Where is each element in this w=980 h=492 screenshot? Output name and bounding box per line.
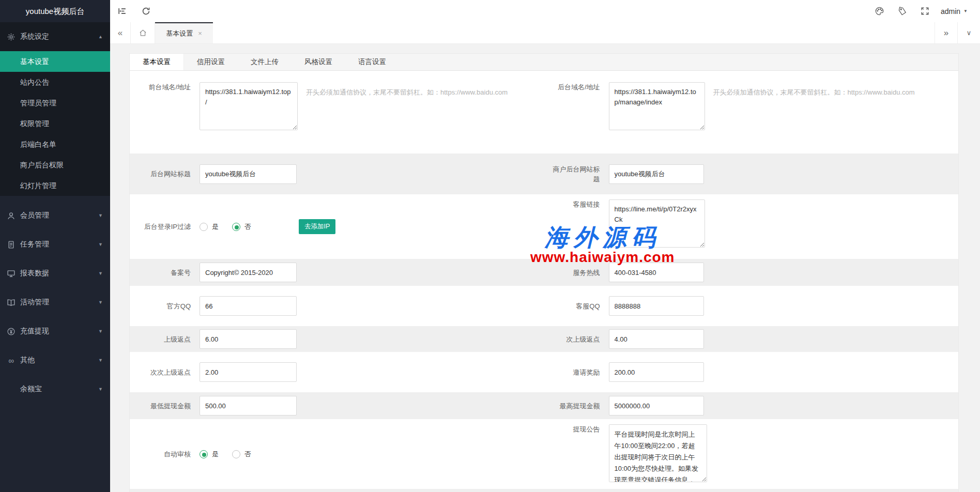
sidebar-item-admin-management[interactable]: 管理员管理 <box>0 93 110 113</box>
tab-style[interactable]: 风格设置 <box>292 54 345 70</box>
auto-audit-radio-yes[interactable]: 是 <box>200 450 219 459</box>
chevron-down-icon: ▼ <box>98 387 103 392</box>
sidebar-item-merchant-permission[interactable]: 商户后台权限 <box>0 155 110 175</box>
admin-title-input[interactable] <box>200 164 297 184</box>
chevron-up-icon: ▲ <box>98 34 103 39</box>
refresh-icon[interactable] <box>134 0 158 22</box>
ip-filter-radio-yes[interactable]: 是 <box>200 222 219 232</box>
sidebar-item-backend-whitelist[interactable]: 后端白名单 <box>0 134 110 155</box>
chevron-down-icon: ▼ <box>963 9 968 13</box>
sidebar-item-system-settings[interactable]: 系统设定 ▲ <box>0 22 110 51</box>
form-row-titles: 后台网站标题 商户后台网站标题 <box>130 153 958 194</box>
auto-audit-radio-no[interactable]: 否 <box>232 450 251 459</box>
min-withdraw-input[interactable] <box>200 396 297 416</box>
withdraw-notice-textarea[interactable]: 平台提现时间是北京时间上午10:00至晚间22:00，若超出提现时间将于次日的上… <box>609 424 707 482</box>
chevron-down-icon: ▼ <box>98 213 103 218</box>
settings-panel: 基本设置 信用设置 文件上传 风格设置 语言设置 前台域名/地址 https:/… <box>129 53 959 492</box>
radio-circle <box>200 450 208 458</box>
radio-circle <box>232 450 240 458</box>
tag-icon[interactable] <box>891 0 914 22</box>
max-withdraw-input[interactable] <box>609 396 704 416</box>
sidebar-item-label: 报表数据 <box>20 269 49 278</box>
radio-label: 是 <box>212 450 219 459</box>
tab-label: 基本设置 <box>166 29 193 38</box>
tabs-scroll-right-icon[interactable]: » <box>935 22 957 43</box>
sidebar-item-task-management[interactable]: 任务管理 ▼ <box>0 230 110 259</box>
sidebar-item-basic-settings[interactable]: 基本设置 <box>0 51 110 72</box>
panel-tabs: 基本设置 信用设置 文件上传 风格设置 语言设置 <box>130 54 958 71</box>
document-icon <box>7 240 16 249</box>
sidebar-item-report-data[interactable]: 报表数据 ▼ <box>0 259 110 288</box>
form-row-qq: 官方QQ 客服QQ <box>130 286 958 326</box>
field-hint: 开头必须加通信协议，末尾不要留斜杠。如：https://www.baidu.co… <box>713 88 915 97</box>
ip-filter-radio-no[interactable]: 否 <box>232 222 251 232</box>
sidebar-menu: 会员管理 ▼ 任务管理 ▼ 报表数据 ▼ <box>0 201 110 404</box>
sidebar: youtube视频后台 系统设定 ▲ 基本设置 站内公告 管理员管理 权限管理 … <box>0 0 110 492</box>
form-row-icp: 备案号 服务热线 <box>130 259 958 286</box>
fullscreen-icon[interactable] <box>914 0 937 22</box>
tab-basic-settings[interactable]: 基本设置 × <box>155 22 213 43</box>
field-label: 次上级返点 <box>548 334 600 344</box>
field-label: 最低提现金额 <box>143 401 191 411</box>
radio-label: 是 <box>212 222 219 232</box>
hotline-input[interactable] <box>609 263 704 282</box>
sidebar-item-activity-management[interactable]: 活动管理 ▼ <box>0 288 110 317</box>
chevron-down-icon: ▼ <box>98 242 103 247</box>
sidebar-item-label: 系统设定 <box>20 32 49 41</box>
rebate-l1-input[interactable] <box>200 329 297 349</box>
sidebar-item-site-announcement[interactable]: 站内公告 <box>0 72 110 93</box>
yen-circle-icon <box>7 327 16 336</box>
sidebar-item-other[interactable]: ∞ 其他 ▼ <box>0 346 110 375</box>
tabs-scroll-left-icon[interactable]: « <box>110 22 131 43</box>
sidebar-item-recharge-withdraw[interactable]: 充值提现 ▼ <box>0 317 110 346</box>
field-label: 备案号 <box>143 268 191 278</box>
sidebar-item-permission-management[interactable]: 权限管理 <box>0 113 110 134</box>
book-icon <box>7 298 16 307</box>
field-label: 上级返点 <box>143 334 191 344</box>
admin-domain-textarea[interactable]: https://381.1.haiwaiym12.top/manage/inde… <box>609 82 705 130</box>
radio-label: 否 <box>244 222 251 232</box>
sidebar-item-label: 余额宝 <box>20 385 42 394</box>
theme-palette-icon[interactable] <box>868 0 891 22</box>
official-qq-input[interactable] <box>200 296 297 316</box>
sidebar-item-label: 活动管理 <box>20 298 49 307</box>
field-label: 客服链接 <box>548 199 600 209</box>
form-row-cutoff <box>130 489 958 492</box>
invite-reward-input[interactable] <box>609 362 704 382</box>
front-domain-textarea[interactable]: https://381.1.haiwaiym12.top/ <box>200 82 298 130</box>
content-area: 基本设置 信用设置 文件上传 风格设置 语言设置 前台域名/地址 https:/… <box>110 44 980 492</box>
icp-input[interactable] <box>200 263 297 282</box>
service-link-textarea[interactable]: https://line.me/ti/p/0T2r2xyxCk <box>609 199 705 248</box>
service-qq-input[interactable] <box>609 296 704 316</box>
tabs-menu-icon[interactable]: ∨ <box>957 22 980 43</box>
add-ip-button[interactable]: 去添加IP <box>299 219 335 234</box>
topbar-right: admin ▼ <box>868 0 968 22</box>
field-label: 客服QQ <box>548 301 600 311</box>
field-label: 后台域名/地址 <box>548 82 600 92</box>
username-label: admin <box>941 7 960 16</box>
collapse-menu-icon[interactable] <box>110 0 134 22</box>
radio-circle <box>232 223 240 231</box>
tab-file-upload[interactable]: 文件上传 <box>238 54 292 70</box>
sidebar-item-yuebao[interactable]: 余额宝 ▼ <box>0 375 110 404</box>
form-row-ipfilter: 后台登录IP过滤 是 否 去添加IP <box>130 194 958 259</box>
close-icon[interactable]: × <box>198 29 202 37</box>
home-tab[interactable] <box>131 22 155 43</box>
tab-credit[interactable]: 信用设置 <box>184 54 238 70</box>
user-icon <box>7 211 16 220</box>
chevron-down-icon: ▼ <box>98 300 103 305</box>
infinity-icon: ∞ <box>7 356 16 365</box>
radio-label: 否 <box>244 450 251 459</box>
field-label: 后台网站标题 <box>143 169 191 179</box>
field-hint: 开头必须加通信协议，末尾不要留斜杠。如：https://www.baidu.co… <box>306 88 508 97</box>
sidebar-item-member-management[interactable]: 会员管理 ▼ <box>0 201 110 230</box>
form-row-domains: 前台域名/地址 https://381.1.haiwaiym12.top/ 开头… <box>130 71 958 153</box>
user-menu[interactable]: admin ▼ <box>941 7 968 16</box>
tab-language[interactable]: 语言设置 <box>345 54 399 70</box>
rebate-l3-input[interactable] <box>200 362 297 382</box>
field-label: 自动审核 <box>143 449 191 459</box>
rebate-l2-input[interactable] <box>609 329 704 349</box>
sidebar-item-slideshow-management[interactable]: 幻灯片管理 <box>0 175 110 196</box>
tab-basic[interactable]: 基本设置 <box>130 54 184 70</box>
merchant-title-input[interactable] <box>609 164 704 184</box>
